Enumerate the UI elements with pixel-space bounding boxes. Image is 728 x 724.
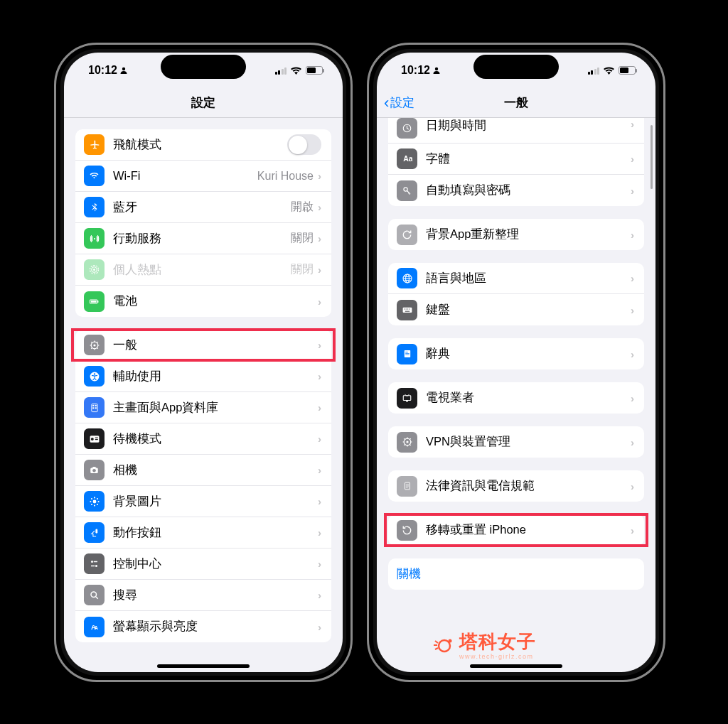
settings-row-action[interactable]: 動作按鈕›	[75, 517, 331, 549]
settings-group: VPN與裝置管理›	[388, 426, 644, 458]
chevron-icon: ›	[318, 558, 321, 570]
settings-row-cellular[interactable]: 行動服務關閉›	[75, 223, 331, 254]
scroll-indicator[interactable]	[651, 125, 653, 189]
svg-rect-20	[95, 439, 97, 440]
settings-row-battery[interactable]: 電池›	[75, 286, 331, 317]
wifi-icon	[603, 66, 615, 75]
row-detail: Kuri House	[257, 170, 314, 183]
general-list[interactable]: 日期與時間›Aa字體›自動填寫與密碼›背景App重新整理›語言與地區›鍵盤›辭典…	[377, 118, 655, 672]
settings-row-gear[interactable]: 一般›	[75, 330, 331, 361]
svg-point-62	[406, 441, 408, 443]
svg-point-0	[122, 67, 125, 70]
settings-row-refresh[interactable]: 背景App重新整理›	[388, 219, 644, 250]
settings-row-font[interactable]: Aa字體›	[388, 144, 644, 175]
svg-rect-52	[407, 308, 408, 309]
dynamic-island	[161, 55, 246, 79]
settings-row-reset[interactable]: 移轉或重置 iPhone›	[388, 514, 644, 546]
svg-rect-16	[95, 407, 96, 409]
settings-group: 法律資訊與電信規範›	[388, 470, 644, 502]
toggle[interactable]	[287, 134, 321, 155]
wifi-icon	[290, 66, 302, 75]
settings-row-legal[interactable]: 法律資訊與電信規範›	[388, 470, 644, 502]
signal-icon	[588, 67, 600, 75]
settings-row-wifi[interactable]: Wi-FiKuri House›	[75, 161, 331, 192]
settings-row-airplane[interactable]: 飛航模式	[75, 129, 331, 161]
settings-group: 關機	[388, 558, 644, 590]
status-time: 10:12	[401, 64, 430, 77]
phone-left: 10:12 設定 飛航模式Wi-FiKuri House›藍牙開啟›行動服務關閉…	[54, 43, 353, 682]
airplane-icon	[84, 134, 105, 155]
nav-bar: ‹設定 一般	[377, 88, 655, 118]
svg-rect-33	[95, 529, 97, 533]
settings-list[interactable]: 飛航模式Wi-FiKuri House›藍牙開啟›行動服務關閉›個人熱點關閉›電…	[64, 118, 343, 672]
row-label: 電池	[113, 293, 318, 309]
row-label: 辭典	[426, 346, 631, 362]
settings-row-accessibility[interactable]: 輔助使用›	[75, 361, 331, 392]
svg-line-70	[435, 648, 438, 649]
row-label: 飛航模式	[113, 137, 287, 153]
svg-rect-56	[405, 352, 408, 352]
settings-row-control[interactable]: 控制中心›	[75, 549, 331, 580]
settings-group: 背景App重新整理›	[388, 219, 644, 250]
row-label: 電視業者	[426, 390, 631, 406]
settings-group: 日期與時間›Aa字體›自動填寫與密碼›	[388, 118, 644, 206]
svg-rect-37	[91, 566, 95, 567]
chevron-icon: ›	[318, 170, 321, 182]
svg-point-27	[90, 500, 91, 502]
row-label: VPN與裝置管理	[426, 434, 631, 450]
home-indicator	[470, 664, 562, 668]
settings-row-globe[interactable]: 語言與地區›	[388, 263, 644, 294]
row-detail: 關閉	[291, 262, 314, 277]
settings-row-dict[interactable]: 辭典›	[388, 338, 644, 369]
user-icon	[432, 66, 441, 75]
chevron-icon: ›	[631, 304, 634, 316]
chevron-icon: ›	[318, 433, 321, 445]
settings-row-tv[interactable]: 電視業者›	[388, 382, 644, 414]
chevron-icon: ›	[318, 201, 321, 213]
settings-row-clock[interactable]: 日期與時間›	[388, 118, 644, 144]
row-label: 鍵盤	[426, 302, 631, 318]
svg-rect-23	[92, 467, 96, 468]
vpn-icon	[397, 432, 417, 453]
svg-point-2	[93, 269, 95, 271]
svg-text:A: A	[95, 625, 99, 631]
row-label: 背景圖片	[113, 494, 318, 509]
svg-rect-50	[404, 308, 405, 309]
settings-row-hotspot[interactable]: 個人熱點關閉›	[75, 254, 331, 286]
settings-row-search[interactable]: 搜尋›	[75, 580, 331, 611]
row-label: 移轉或重置 iPhone	[426, 522, 631, 538]
settings-row-standby[interactable]: 待機模式›	[75, 423, 331, 455]
reset-icon	[397, 520, 417, 541]
settings-row-bluetooth[interactable]: 藍牙開啟›	[75, 192, 331, 223]
svg-point-24	[92, 499, 96, 503]
settings-group: 移轉或重置 iPhone›	[388, 514, 644, 546]
svg-rect-54	[405, 311, 409, 312]
chevron-icon: ›	[318, 296, 321, 308]
phone-container: 10:12 設定 飛航模式Wi-FiKuri House›藍牙開啟›行動服務關閉…	[54, 43, 665, 682]
svg-rect-53	[409, 308, 410, 309]
svg-rect-58	[405, 355, 410, 355]
svg-point-71	[449, 639, 452, 642]
settings-row-keyboard[interactable]: 鍵盤›	[388, 294, 644, 325]
nav-bar: 設定	[64, 88, 343, 118]
svg-point-36	[95, 565, 97, 567]
settings-row-home[interactable]: 主畫面與App資料庫›	[75, 392, 331, 423]
svg-point-67	[439, 640, 450, 652]
action-icon	[84, 522, 105, 543]
svg-point-26	[93, 504, 95, 506]
chevron-icon: ›	[318, 232, 321, 244]
hotspot-icon	[84, 259, 105, 280]
row-label: 螢幕顯示與亮度	[113, 619, 318, 634]
svg-point-25	[93, 497, 95, 498]
settings-row-item[interactable]: 關機	[388, 558, 644, 590]
back-button[interactable]: ‹設定	[384, 94, 414, 112]
home-icon	[84, 397, 105, 418]
settings-row-display[interactable]: AA螢幕顯示與亮度›	[75, 611, 331, 642]
svg-rect-13	[92, 404, 94, 406]
key-icon	[397, 180, 417, 201]
clock-icon	[397, 118, 417, 139]
settings-row-wallpaper[interactable]: 背景圖片›	[75, 486, 331, 517]
settings-row-key[interactable]: 自動填寫與密碼›	[388, 175, 644, 206]
settings-row-camera[interactable]: 相機›	[75, 455, 331, 486]
settings-row-vpn[interactable]: VPN與裝置管理›	[388, 426, 644, 458]
